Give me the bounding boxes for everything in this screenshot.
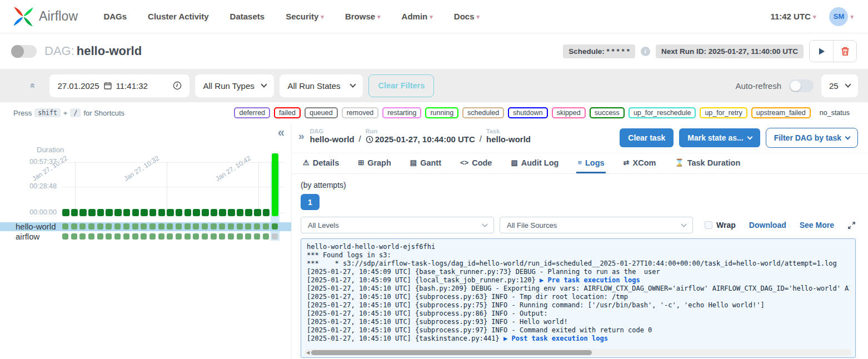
task-instance-square-success[interactable] xyxy=(167,233,173,240)
wrap-checkbox[interactable] xyxy=(705,221,712,229)
task-instance-square-success[interactable] xyxy=(149,233,156,240)
status-badge-success[interactable]: success xyxy=(590,107,625,118)
dag-run-square[interactable] xyxy=(149,209,157,216)
task-instance-square-success[interactable] xyxy=(114,233,121,240)
nav-item-security[interactable]: Security▾ xyxy=(286,12,324,21)
nav-item-dags[interactable]: DAGs xyxy=(103,12,127,21)
task-instance-square-success[interactable] xyxy=(176,233,182,240)
clear-filters-button[interactable]: Clear Filters xyxy=(368,74,434,97)
nav-item-docs[interactable]: Docs▾ xyxy=(454,12,480,21)
file-sources-select[interactable]: All File Sources xyxy=(500,217,693,233)
log-group-link[interactable]: ▶ Pre task execution logs xyxy=(540,276,640,284)
status-badge-skipped[interactable]: skipped xyxy=(552,107,586,118)
collapse-filters-icon[interactable]: « xyxy=(27,83,38,88)
task-row-hello-world[interactable]: hello-world xyxy=(0,222,291,231)
task-instance-square-success[interactable] xyxy=(176,223,182,230)
dag-run-square[interactable] xyxy=(123,209,131,216)
task-instance-square-success[interactable] xyxy=(62,233,68,240)
dag-run-square[interactable] xyxy=(254,209,261,216)
status-badge-up-for-reschedule[interactable]: up_for_reschedule xyxy=(628,107,696,118)
run-types-select[interactable]: All Run Types xyxy=(195,74,274,97)
task-instance-square-success[interactable] xyxy=(141,223,147,230)
status-badge-up-for-retry[interactable]: up_for_retry xyxy=(700,107,747,118)
dag-run-square[interactable] xyxy=(141,209,148,216)
dag-run-square[interactable] xyxy=(237,209,244,216)
task-instance-square-success[interactable] xyxy=(167,223,173,230)
log-horizontal-scrollbar[interactable]: ◀ xyxy=(305,349,852,356)
task-instance-square-success[interactable] xyxy=(263,233,269,240)
dag-run-square[interactable] xyxy=(219,209,226,216)
task-instance-square-success[interactable] xyxy=(79,223,86,230)
task-instance-square-success[interactable] xyxy=(228,233,234,240)
task-instance-square-success[interactable] xyxy=(272,223,278,230)
task-instance-square-success[interactable] xyxy=(254,233,260,240)
task-instance-square-success[interactable] xyxy=(254,223,260,230)
task-instance-square-success[interactable] xyxy=(245,223,251,230)
task-instance-square-success[interactable] xyxy=(88,223,94,230)
log-output-box[interactable]: hello-world-hello-world-ejsf6fhi*** Foun… xyxy=(301,238,856,358)
breadcrumb-task-value[interactable]: hello-world xyxy=(486,134,531,144)
status-badge-queued[interactable]: queued xyxy=(305,107,338,118)
dag-run-square[interactable] xyxy=(114,209,122,216)
task-instance-square-success[interactable] xyxy=(245,233,251,240)
task-instance-square-success[interactable] xyxy=(123,233,129,240)
breadcrumb-run-value[interactable]: 2025-01-27, 10:44:00 UTC xyxy=(366,134,475,144)
dag-run-square[interactable] xyxy=(132,209,139,216)
status-badge-shutdown[interactable]: shutdown xyxy=(508,107,548,118)
task-instance-square-success[interactable] xyxy=(263,223,269,230)
task-instance-square-success[interactable] xyxy=(193,223,199,230)
dag-run-square[interactable] xyxy=(193,209,200,216)
base-date-input[interactable]: 27.01.2025 11:41:32 xyxy=(49,74,189,97)
log-group-link[interactable]: ▶ Post task execution logs xyxy=(503,335,608,342)
tab-gantt[interactable]: ▤Gantt xyxy=(409,153,442,173)
log-levels-select[interactable]: All Levels xyxy=(301,217,494,233)
status-badge-restarting[interactable]: restarting xyxy=(382,107,421,118)
dag-run-square[interactable] xyxy=(184,209,192,216)
task-instance-square-success[interactable] xyxy=(88,233,94,240)
dag-run-square[interactable] xyxy=(211,209,218,216)
task-instance-square-success[interactable] xyxy=(202,233,208,240)
tab-logs[interactable]: ≡Logs xyxy=(576,153,605,173)
task-instance-square-success[interactable] xyxy=(158,223,164,230)
tab-task-duration[interactable]: ⌛Task Duration xyxy=(674,153,741,173)
task-instance-square-success[interactable] xyxy=(211,223,217,230)
status-badge-running[interactable]: running xyxy=(425,107,458,118)
status-badge-deferred[interactable]: deferred xyxy=(234,107,270,118)
task-instance-square-success[interactable] xyxy=(97,223,103,230)
task-instance-square-success[interactable] xyxy=(219,233,225,240)
task-row-airflow[interactable]: airflow xyxy=(0,232,291,241)
task-instance-square-success[interactable] xyxy=(114,223,121,230)
task-instance-square-success[interactable] xyxy=(202,223,208,230)
task-instance-square-success[interactable] xyxy=(158,233,164,240)
wrap-control[interactable]: Wrap xyxy=(705,221,736,230)
task-instance-square-no_status[interactable] xyxy=(272,233,278,240)
auto-refresh-toggle[interactable] xyxy=(789,79,814,92)
nav-item-datasets[interactable]: Datasets xyxy=(230,12,265,21)
dag-run-square[interactable] xyxy=(228,209,235,216)
status-badge-failed[interactable]: failed xyxy=(274,107,301,118)
info-icon[interactable]: i xyxy=(641,47,650,56)
tab-code[interactable]: <>Code xyxy=(459,153,493,173)
task-instance-square-success[interactable] xyxy=(237,223,243,230)
task-instance-square-success[interactable] xyxy=(71,233,77,240)
nav-item-browse[interactable]: Browse▾ xyxy=(345,12,381,21)
attempt-1-button[interactable]: 1 xyxy=(301,194,320,210)
status-badge-removed[interactable]: removed xyxy=(342,107,379,118)
task-instance-square-success[interactable] xyxy=(228,223,234,230)
status-badge-upstream-failed[interactable]: upstream_failed xyxy=(751,107,811,118)
tab-graph[interactable]: ⊞Graph xyxy=(357,153,392,173)
nav-item-cluster-activity[interactable]: Cluster Activity xyxy=(148,12,208,21)
trigger-dag-button[interactable] xyxy=(810,41,833,62)
task-instance-square-success[interactable] xyxy=(97,233,103,240)
dag-run-square[interactable] xyxy=(167,209,174,216)
tab-audit-log[interactable]: ▧Audit Log xyxy=(510,153,560,173)
task-instance-square-success[interactable] xyxy=(132,223,138,230)
filter-dag-by-task-button[interactable]: Filter DAG by task xyxy=(766,128,858,148)
dag-run-square[interactable] xyxy=(245,209,252,216)
timezone-menu[interactable]: 11:42 UTC ▾ xyxy=(770,12,816,21)
clear-task-button[interactable]: Clear task xyxy=(620,128,674,147)
scroll-left-arrow-icon[interactable]: ◀ xyxy=(305,350,311,355)
user-menu[interactable]: SM ▾ xyxy=(821,7,854,26)
task-instance-square-success[interactable] xyxy=(149,223,156,230)
task-instance-square-success[interactable] xyxy=(106,233,112,240)
